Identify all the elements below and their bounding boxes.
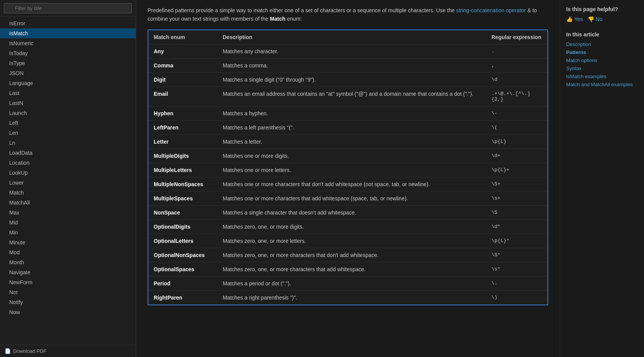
table-row: AnyMatches any character.. bbox=[148, 44, 547, 58]
regex-cell: \( bbox=[486, 120, 547, 134]
sidebar-item-min[interactable]: Min bbox=[0, 228, 136, 237]
sidebar-item-max[interactable]: Max bbox=[0, 208, 136, 218]
description-cell: Matches zero, one, or more characters th… bbox=[217, 248, 486, 262]
sidebar-item-loaddata[interactable]: LoadData bbox=[0, 148, 136, 158]
sidebar-item-newform[interactable]: NewForm bbox=[0, 277, 136, 287]
sidebar-item-minute[interactable]: Minute bbox=[0, 237, 136, 247]
table-row: EmailMatches an email address that conta… bbox=[148, 87, 547, 106]
regex-cell: \S* bbox=[486, 248, 547, 262]
sidebar-filter-section: ⊞ bbox=[0, 0, 136, 17]
sidebar-list: IsErrorIsMatchIsNumericIsTodayIsTypeJSON… bbox=[0, 17, 136, 345]
regex-cell: \s* bbox=[486, 262, 547, 276]
enum-cell: Email bbox=[148, 87, 217, 106]
regex-cell: \S bbox=[486, 205, 547, 219]
description-cell: Matches an email address that contains a… bbox=[217, 87, 486, 106]
table-header-row: Match enum Description Regular expressio… bbox=[148, 30, 547, 44]
download-pdf-button[interactable]: 📄 Download PDF bbox=[0, 345, 136, 357]
in-article-link-patterns[interactable]: Patterns bbox=[566, 49, 638, 55]
intro-paragraph: Predefined patterns provide a simple way… bbox=[148, 0, 548, 23]
sidebar-item-notify[interactable]: Notify bbox=[0, 297, 136, 307]
sidebar-item-lower[interactable]: Lower bbox=[0, 178, 136, 188]
match-keyword: Match bbox=[270, 16, 285, 22]
regex-cell: \p{L}+ bbox=[486, 163, 547, 177]
col-header-description: Description bbox=[217, 30, 486, 44]
regex-cell: \) bbox=[486, 290, 547, 305]
sidebar-item-len[interactable]: Len bbox=[0, 128, 136, 138]
col-header-regex: Regular expression bbox=[486, 30, 547, 44]
in-article-link-match-options[interactable]: Match options bbox=[566, 57, 638, 63]
sidebar-item-left[interactable]: Left bbox=[0, 118, 136, 128]
filter-input[interactable] bbox=[4, 3, 132, 13]
sidebar-item-navigate[interactable]: Navigate bbox=[0, 267, 136, 277]
thumbs-down-icon: 👎 bbox=[588, 16, 594, 22]
description-cell: Matches any character. bbox=[217, 44, 486, 58]
table-row: MultipleLettersMatches one or more lette… bbox=[148, 163, 547, 177]
sidebar-item-mod[interactable]: Mod bbox=[0, 247, 136, 257]
in-article-link-description[interactable]: Description bbox=[566, 41, 638, 47]
sidebar-item-matchall[interactable]: MatchAll bbox=[0, 198, 136, 208]
regex-cell: \- bbox=[486, 106, 547, 120]
description-cell: Matches one or more characters that add … bbox=[217, 191, 486, 205]
download-icon: 📄 bbox=[5, 348, 11, 354]
sidebar-item-not[interactable]: Not bbox=[0, 287, 136, 297]
description-cell: Matches a period or dot ("."). bbox=[217, 276, 486, 290]
sidebar-item-lastn[interactable]: LastN bbox=[0, 98, 136, 108]
filter-wrapper: ⊞ bbox=[4, 3, 132, 13]
enum-cell: OptionalSpaces bbox=[148, 262, 217, 276]
enum-cell: Letter bbox=[148, 134, 217, 149]
no-button[interactable]: 👎 No bbox=[588, 16, 603, 22]
sidebar-item-ln[interactable]: Ln bbox=[0, 138, 136, 148]
sidebar-item-match[interactable]: Match bbox=[0, 188, 136, 198]
helpful-buttons: 👍 Yes 👎 No bbox=[566, 16, 638, 22]
thumbs-up-icon: 👍 bbox=[566, 16, 573, 22]
enum-cell: Period bbox=[148, 276, 217, 290]
string-concat-link[interactable]: string-concatenation operator bbox=[456, 7, 526, 13]
table-row: MultipleNonSpacesMatches one or more cha… bbox=[148, 177, 547, 191]
table-row: OptionalSpacesMatches zero, one, or more… bbox=[148, 262, 547, 276]
in-article-link-syntax[interactable]: Syntax bbox=[566, 66, 638, 71]
table-row: CommaMatches a comma., bbox=[148, 58, 547, 72]
enum-cell: OptionalLetters bbox=[148, 234, 217, 248]
in-article-title: In this article bbox=[566, 31, 638, 38]
description-cell: Matches one or more digits. bbox=[217, 149, 486, 163]
regex-cell: \S+ bbox=[486, 177, 547, 191]
sidebar-item-language[interactable]: Language bbox=[0, 78, 136, 88]
sidebar-item-now[interactable]: Now bbox=[0, 307, 136, 317]
sidebar-item-last[interactable]: Last bbox=[0, 88, 136, 98]
table-row: DigitMatches a single digit ("0" through… bbox=[148, 72, 547, 87]
sidebar-item-ismatch[interactable]: IsMatch bbox=[0, 28, 136, 38]
description-cell: Matches a right parenthesis ")". bbox=[217, 290, 486, 305]
left-sidebar: ⊞ IsErrorIsMatchIsNumericIsTodayIsTypeJS… bbox=[0, 0, 136, 357]
col-header-enum: Match enum bbox=[148, 30, 217, 44]
in-article-links: DescriptionPatternsMatch optionsSyntaxIs… bbox=[566, 41, 638, 87]
sidebar-item-month[interactable]: Month bbox=[0, 257, 136, 267]
sidebar-item-lookup[interactable]: LookUp bbox=[0, 168, 136, 178]
yes-label: Yes bbox=[574, 16, 583, 22]
in-article-link-ismatch-examples[interactable]: IsMatch examples bbox=[566, 74, 638, 79]
table-row: LeftParenMatches a left parenthesis "(".… bbox=[148, 120, 547, 134]
description-cell: Matches a hyphen. bbox=[217, 106, 486, 120]
description-cell: Matches zero, one, or more characters th… bbox=[217, 262, 486, 276]
right-sidebar: Is this page helpful? 👍 Yes 👎 No In this… bbox=[560, 0, 644, 357]
regex-cell: . bbox=[486, 44, 547, 58]
regex-cell: \s+ bbox=[486, 191, 547, 205]
table-row: OptionalDigitsMatches zero, one, or more… bbox=[148, 219, 547, 234]
sidebar-item-isnumeric[interactable]: IsNumeric bbox=[0, 38, 136, 48]
table-row: HyphenMatches a hyphen.\- bbox=[148, 106, 547, 120]
enum-cell: MultipleDigits bbox=[148, 149, 217, 163]
sidebar-item-istype[interactable]: IsType bbox=[0, 58, 136, 68]
sidebar-item-location[interactable]: Location bbox=[0, 158, 136, 168]
sidebar-item-mid[interactable]: Mid bbox=[0, 218, 136, 228]
sidebar-item-json[interactable]: JSON bbox=[0, 68, 136, 78]
description-cell: Matches a comma. bbox=[217, 58, 486, 72]
yes-button[interactable]: 👍 Yes bbox=[566, 16, 583, 22]
in-article-link-match-and-matchall-examples[interactable]: Match and MatchAll examples bbox=[566, 82, 638, 87]
sidebar-item-iserror[interactable]: IsError bbox=[0, 18, 136, 28]
regex-cell: \. bbox=[486, 276, 547, 290]
sidebar-item-launch[interactable]: Launch bbox=[0, 108, 136, 118]
sidebar-item-istoday[interactable]: IsToday bbox=[0, 48, 136, 58]
description-cell: Matches one or more letters. bbox=[217, 163, 486, 177]
table-row: RightParenMatches a right parenthesis ")… bbox=[148, 290, 547, 305]
regex-cell: , bbox=[486, 58, 547, 72]
table-row: LetterMatches a letter.\p{L} bbox=[148, 134, 547, 149]
